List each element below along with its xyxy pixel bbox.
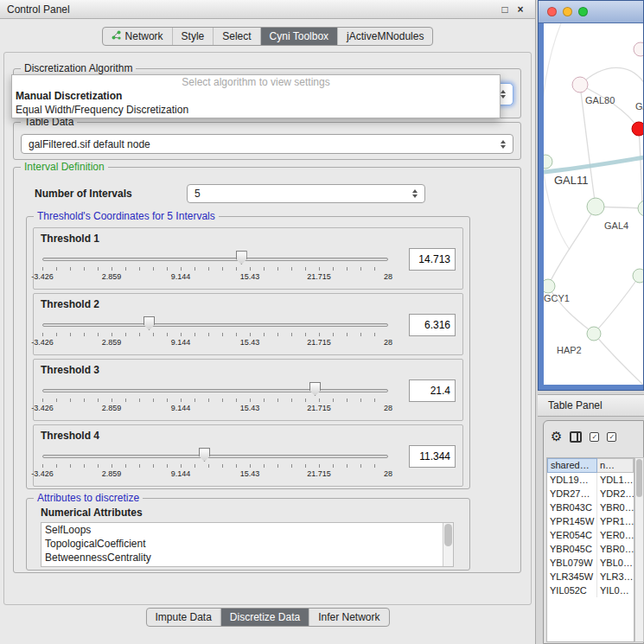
tab-network[interactable]: Network <box>103 28 172 45</box>
slider-thumb[interactable] <box>309 382 321 396</box>
scrollbar-thumb[interactable] <box>444 524 452 546</box>
combo-arrows-icon <box>501 90 506 99</box>
combo-arrows-icon <box>501 140 506 149</box>
column-header-name[interactable]: n… <box>597 458 634 473</box>
tab-impute-data[interactable]: Impute Data <box>146 609 220 626</box>
table-row[interactable]: YBL079WYBL0… <box>547 556 634 570</box>
table-row[interactable]: YPR145WYPR1… <box>547 514 634 528</box>
threshold-3-slider[interactable]: -3.426 2.859 9.144 15.43 21.715 28 <box>42 379 388 418</box>
table-data-combobox[interactable]: galFiltered.sif default node <box>21 134 513 154</box>
cell: YIL0… <box>597 583 634 597</box>
minimize-icon[interactable]: □ <box>497 3 513 16</box>
control-panel-window: Control Panel □ × Network Style Select C… <box>0 0 536 644</box>
menu-item-manual-discretization[interactable]: Manual Discretization <box>12 89 500 103</box>
zoom-traffic-light[interactable] <box>578 7 588 16</box>
network-node-hap2[interactable] <box>587 327 601 341</box>
scale-label: 9.144 <box>171 338 191 347</box>
slider-ticks <box>42 267 388 271</box>
threshold-2-value-field[interactable] <box>409 314 456 336</box>
tab-infer-network[interactable]: Infer Network <box>309 609 388 626</box>
network-node[interactable] <box>638 201 643 216</box>
slider-track[interactable] <box>42 258 388 261</box>
node-label-gcy1: GCY1 <box>544 293 570 303</box>
cell: YPR145W <box>547 514 597 528</box>
cell: YDR2… <box>597 487 634 501</box>
number-of-intervals-combobox[interactable]: 5 <box>187 184 425 203</box>
threshold-4-slider[interactable]: -3.426 2.859 9.144 15.43 21.715 28 <box>42 444 388 484</box>
gear-icon[interactable]: ⚙ <box>551 429 562 444</box>
select-all-checkbox-icon[interactable]: ✓ <box>590 432 599 442</box>
column-selector-icon[interactable] <box>570 431 582 443</box>
scale-label: -3.426 <box>31 338 54 347</box>
threshold-1-slider[interactable]: -3.426 2.859 9.144 15.43 21.715 28 <box>42 247 388 287</box>
slider-track[interactable] <box>42 323 388 327</box>
tab-select[interactable]: Select <box>213 28 259 45</box>
threshold-4-panel: Threshold 4 -3.426 2.859 9.144 15.43 21.… <box>33 424 463 487</box>
threshold-1-value-field[interactable] <box>409 248 456 271</box>
network-node-gal11[interactable] <box>544 155 552 169</box>
cyni-toolbox-panel: Discretization Algorithm Select algorith… <box>3 52 532 605</box>
scrollbar-thumb[interactable] <box>636 459 642 497</box>
table-row[interactable]: YBR045CYBR0… <box>547 542 634 556</box>
tab-discretize-data[interactable]: Discretize Data <box>220 609 309 626</box>
slider-thumb[interactable] <box>143 316 155 330</box>
network-node[interactable] <box>634 42 643 56</box>
slider-thumb[interactable] <box>236 251 247 265</box>
slider-thumb[interactable] <box>199 448 210 462</box>
slider-track[interactable] <box>42 389 388 392</box>
tab-style[interactable]: Style <box>172 28 214 45</box>
minimize-traffic-light[interactable] <box>563 7 572 16</box>
table-row[interactable]: YBR043CYBR0… <box>547 501 634 514</box>
scale-label: 15.43 <box>240 404 260 412</box>
list-item[interactable]: TopologicalCoefficient <box>41 537 453 551</box>
threshold-2-panel: Threshold 2 -3.426 2.859 9.144 15.43 21.… <box>33 293 463 355</box>
threshold-4-label: Threshold 4 <box>41 430 99 442</box>
table-row[interactable]: YER054CYER0… <box>547 528 634 542</box>
table-row[interactable]: YIL052CYIL0… <box>547 583 634 597</box>
threshold-2-slider[interactable]: -3.426 2.859 9.144 15.43 21.715 28 <box>42 313 388 353</box>
table-row[interactable]: YDR27…YDR2… <box>547 487 634 501</box>
network-node-gcy1[interactable] <box>544 279 555 293</box>
network-node-gal4[interactable] <box>587 198 604 215</box>
group-title: Attributes to discretize <box>34 492 143 504</box>
tab-jactivemnodules[interactable]: jActiveMNodules <box>337 28 432 45</box>
close-traffic-light[interactable] <box>547 7 557 16</box>
scale-label: 21.715 <box>307 469 331 478</box>
threshold-4-value-field[interactable] <box>409 445 456 468</box>
window-title: Control Panel <box>7 3 497 16</box>
table-row[interactable]: YLR345WYLR3… <box>547 570 634 583</box>
network-node[interactable] <box>633 269 643 283</box>
menu-item-equal-width-frequency[interactable]: Equal Width/Frequency Discretization <box>12 103 500 117</box>
slider-track[interactable] <box>42 455 388 458</box>
network-canvas[interactable]: GAL80 GA GAL11 GAL4 GCY1 HAP2 <box>544 23 643 385</box>
network-node-selected-red[interactable] <box>632 122 643 136</box>
network-node-gal80[interactable] <box>572 77 588 92</box>
scale-label: 15.43 <box>240 469 260 478</box>
group-title: Threshold's Coordinates for 5 Intervals <box>34 210 219 222</box>
cell: YBL079W <box>547 556 597 570</box>
tab-label: Network <box>125 30 163 42</box>
cell: YIL052C <box>547 583 597 597</box>
dropdown-placeholder: Select algorithm to view settings <box>12 75 500 89</box>
table-scrollbar[interactable] <box>634 457 644 642</box>
threshold-1-panel: Threshold 1 -3.426 2.859 9.144 15.43 21.… <box>33 227 463 290</box>
scale-label: 2.859 <box>102 469 122 478</box>
interval-definition-group: Interval Definition Number of Intervals … <box>13 167 521 573</box>
tab-cyni-toolbox[interactable]: Cyni Toolbox <box>260 28 337 45</box>
close-icon[interactable]: × <box>513 3 528 16</box>
combo-arrows-icon <box>412 189 418 198</box>
numerical-attributes-list: SelfLoops TopologicalCoefficient Between… <box>41 522 454 567</box>
tab-label: Style <box>182 30 205 42</box>
slider-ticks <box>42 333 388 336</box>
network-edge <box>639 129 642 208</box>
list-item[interactable]: SelfLoops <box>41 523 453 537</box>
threshold-3-value-field[interactable] <box>409 379 456 402</box>
cell: YBR043C <box>547 501 597 514</box>
list-item[interactable]: BetweennessCentrality <box>41 551 453 564</box>
table-row[interactable]: YDL19…YDL1… <box>547 473 634 487</box>
column-header-shared-name[interactable]: shared… <box>547 458 597 473</box>
attributes-scrollbar[interactable] <box>443 523 453 566</box>
table-header-row: shared… n… <box>547 458 634 473</box>
select-checkbox-icon[interactable]: ✓ <box>607 432 616 442</box>
network-edge <box>594 276 640 334</box>
